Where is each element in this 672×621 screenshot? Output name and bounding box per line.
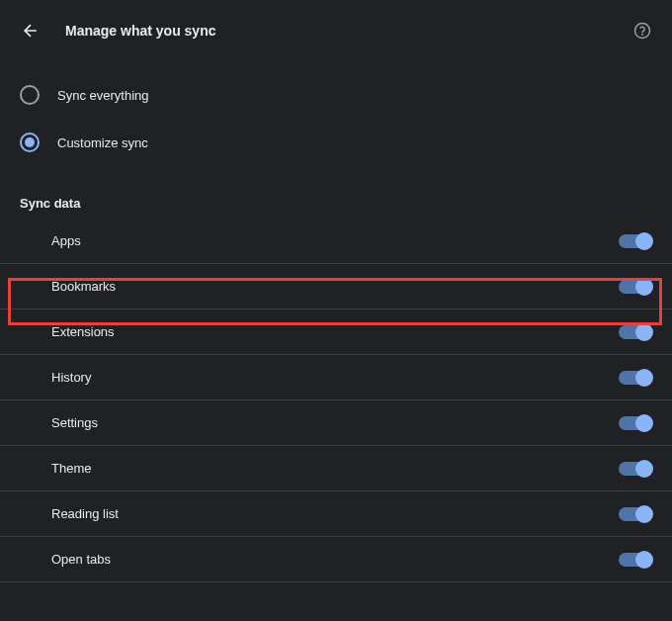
- toggle-knob-icon: [635, 232, 653, 250]
- sync-item-theme: Theme: [0, 446, 672, 491]
- sync-items-list: AppsBookmarksExtensionsHistorySettingsTh…: [0, 219, 672, 582]
- section-title: Sync data: [0, 176, 672, 219]
- sync-item-label: Bookmarks: [51, 279, 116, 294]
- svg-point-1: [642, 34, 643, 35]
- radio-circle-icon: [20, 85, 40, 105]
- sync-item-label: Theme: [51, 461, 91, 476]
- toggle-extensions[interactable]: [619, 325, 652, 339]
- sync-item-label: History: [51, 370, 91, 385]
- sync-item-label: Reading list: [51, 506, 119, 521]
- radio-dot-icon: [25, 137, 35, 147]
- sync-item-label: Extensions: [51, 324, 115, 339]
- toggle-knob-icon: [635, 460, 653, 478]
- sync-item-extensions: Extensions: [0, 310, 672, 355]
- radio-circle-icon: [20, 133, 40, 152]
- sync-item-label: Settings: [51, 415, 98, 430]
- sync-item-label: Apps: [51, 233, 81, 248]
- toggle-settings[interactable]: [619, 416, 652, 430]
- page-title: Manage what you sync: [65, 23, 215, 39]
- sync-item-bookmarks: Bookmarks: [0, 264, 672, 310]
- toggle-knob-icon: [635, 414, 653, 432]
- toggle-bookmarks[interactable]: [619, 280, 652, 294]
- sync-item-apps: Apps: [0, 219, 672, 264]
- sync-mode-radio-group: Sync everything Customize sync: [0, 61, 672, 176]
- toggle-history[interactable]: [619, 371, 652, 385]
- sync-item-settings: Settings: [0, 400, 672, 446]
- radio-label: Sync everything: [57, 88, 149, 103]
- sync-item-open-tabs: Open tabs: [0, 537, 672, 582]
- back-arrow-icon[interactable]: [20, 20, 42, 42]
- sync-item-history: History: [0, 355, 672, 400]
- sync-item-reading-list: Reading list: [0, 491, 672, 537]
- radio-sync-everything[interactable]: Sync everything: [0, 71, 672, 119]
- toggle-knob-icon: [635, 278, 653, 296]
- help-icon[interactable]: [632, 21, 652, 41]
- sync-item-label: Open tabs: [51, 552, 111, 567]
- toggle-theme[interactable]: [619, 462, 652, 476]
- toggle-knob-icon: [635, 369, 653, 387]
- radio-customize-sync[interactable]: Customize sync: [0, 119, 672, 166]
- header: Manage what you sync: [0, 0, 672, 61]
- radio-label: Customize sync: [57, 135, 148, 150]
- toggle-reading-list[interactable]: [619, 507, 652, 521]
- toggle-knob-icon: [635, 505, 653, 523]
- toggle-knob-icon: [635, 323, 653, 341]
- toggle-knob-icon: [635, 551, 653, 569]
- toggle-open-tabs[interactable]: [619, 553, 652, 567]
- svg-point-0: [635, 24, 650, 39]
- toggle-apps[interactable]: [619, 234, 652, 248]
